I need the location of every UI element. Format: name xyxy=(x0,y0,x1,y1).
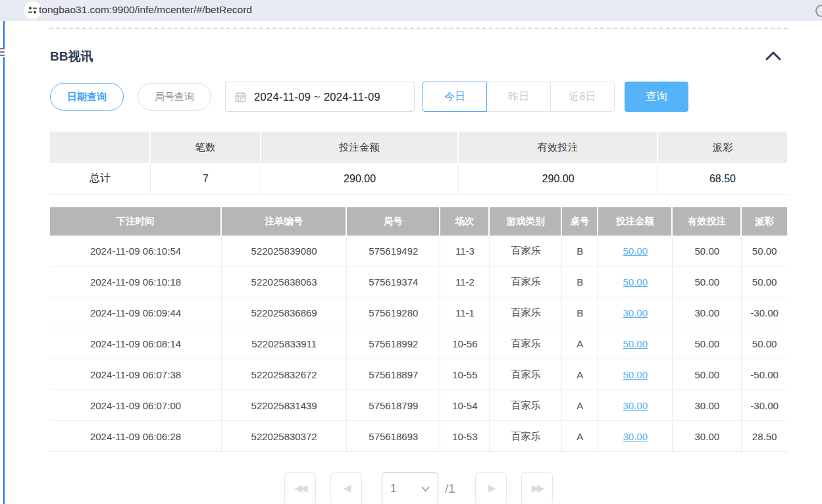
payout-cell: 50.00 xyxy=(742,328,787,359)
session-cell: 10-55 xyxy=(440,359,490,390)
header-table-no: 桌号 xyxy=(562,207,598,236)
bet-amount-link[interactable]: 30.00 xyxy=(623,400,648,411)
valid-bet-cell: 30.00 xyxy=(673,390,742,420)
session-cell: 11-1 xyxy=(440,297,490,328)
summary-bet-amount-value: 290.00 xyxy=(261,163,459,194)
payout-cell: -30.00 xyxy=(742,297,787,328)
panel-left-edge xyxy=(3,21,5,504)
round-query-tab[interactable]: 局号查询 xyxy=(138,83,211,111)
bet-amount-cell[interactable]: 30.00 xyxy=(598,390,673,420)
table-no-cell: A xyxy=(562,359,598,390)
payout-cell: -50.00 xyxy=(742,359,787,390)
table-row: 2024-11-09 06:07:00522025831439575618799… xyxy=(50,390,787,421)
round-id-cell: 575618693 xyxy=(347,421,440,451)
order-id-cell: 522025831439 xyxy=(222,390,347,420)
payout-cell: -30.00 xyxy=(742,390,787,420)
bet-time-cell: 2024-11-09 06:09:44 xyxy=(50,297,222,328)
summary-header-count: 笔数 xyxy=(151,132,261,163)
date-query-tab[interactable]: 日期查询 xyxy=(50,83,124,111)
payout-cell: 50.00 xyxy=(742,236,787,266)
quick-range-group: 今日 昨日 近8日 xyxy=(423,82,615,112)
game-type-cell: 百家乐 xyxy=(490,328,562,359)
round-id-cell: 575618897 xyxy=(347,359,440,390)
round-id-cell: 575619492 xyxy=(347,236,440,266)
session-cell: 11-2 xyxy=(440,266,490,297)
bet-amount-cell[interactable]: 30.00 xyxy=(598,297,673,328)
page-select-value: 1 xyxy=(390,482,396,495)
valid-bet-cell: 50.00 xyxy=(673,328,742,359)
page-select[interactable]: 1 xyxy=(382,472,438,504)
summary-header-row: 笔数 投注金额 有效投注 派彩 xyxy=(50,132,787,163)
bet-time-cell: 2024-11-09 06:06:28 xyxy=(50,421,222,451)
game-type-cell: 百家乐 xyxy=(490,266,562,297)
summary-table: 笔数 投注金额 有效投注 派彩 总计 7 290.00 290.00 68.50 xyxy=(50,132,787,195)
dashed-divider xyxy=(49,28,788,29)
pagination-bar: ◀◀ ◀ 1 /1 ▶ ▶▶ xyxy=(50,472,787,504)
total-pages-label: /1 xyxy=(445,472,455,504)
session-cell: 11-3 xyxy=(440,236,490,266)
bet-amount-link[interactable]: 50.00 xyxy=(623,276,648,288)
bet-amount-link[interactable]: 30.00 xyxy=(623,431,648,442)
date-range-value: 2024-11-09 ~ 2024-11-09 xyxy=(254,91,380,103)
header-valid-bet: 有效投注 xyxy=(673,207,742,236)
today-button[interactable]: 今日 xyxy=(423,82,487,112)
first-page-button[interactable]: ◀◀ xyxy=(284,472,316,504)
header-round-id: 局号 xyxy=(347,207,440,236)
last-page-button[interactable]: ▶▶ xyxy=(521,472,553,504)
order-id-cell: 522025832672 xyxy=(222,359,347,390)
clipped-browser-icon[interactable] xyxy=(815,5,822,17)
session-cell: 10-54 xyxy=(440,390,490,420)
bet-amount-link[interactable]: 50.00 xyxy=(623,338,648,349)
bet-amount-cell[interactable]: 30.00 xyxy=(598,421,673,451)
yesterday-button[interactable]: 昨日 xyxy=(486,82,551,112)
bet-amount-link[interactable]: 30.00 xyxy=(623,307,648,318)
round-id-cell: 575619374 xyxy=(347,266,440,297)
table-no-cell: B xyxy=(562,236,598,266)
bet-amount-cell[interactable]: 50.00 xyxy=(598,328,673,359)
order-id-cell: 522025833911 xyxy=(222,328,347,359)
game-type-cell: 百家乐 xyxy=(490,236,562,266)
last-8-days-button[interactable]: 近8日 xyxy=(550,82,615,112)
prev-page-button[interactable]: ◀ xyxy=(330,472,362,504)
next-page-button[interactable]: ▶ xyxy=(475,472,507,504)
table-row: 2024-11-09 06:08:14522025833911575618992… xyxy=(50,328,787,359)
url-text[interactable]: tongbao31.com:9900/infe/mcenter/#/betRec… xyxy=(39,0,252,20)
summary-total-row: 总计 7 290.00 290.00 68.50 xyxy=(50,163,787,195)
summary-header-bet-amount: 投注金额 xyxy=(261,132,459,163)
bet-amount-cell[interactable]: 50.00 xyxy=(598,236,673,266)
game-type-cell: 百家乐 xyxy=(490,359,562,390)
calendar-icon xyxy=(235,91,246,103)
valid-bet-cell: 50.00 xyxy=(673,236,742,266)
game-type-cell: 百家乐 xyxy=(490,421,562,451)
summary-header-payout: 派彩 xyxy=(658,132,787,163)
bet-time-cell: 2024-11-09 06:07:38 xyxy=(50,359,222,390)
header-order-id: 注单编号 xyxy=(222,207,347,236)
table-no-cell: A xyxy=(562,421,598,451)
table-no-cell: A xyxy=(562,328,598,359)
bet-amount-link[interactable]: 50.00 xyxy=(623,369,648,380)
order-id-cell: 522025838063 xyxy=(222,266,347,297)
valid-bet-cell: 50.00 xyxy=(673,359,742,390)
browser-url-bar[interactable]: tongbao31.com:9900/infe/mcenter/#/betRec… xyxy=(0,0,822,20)
search-button[interactable]: 查询 xyxy=(625,82,688,112)
table-no-cell: A xyxy=(562,390,598,420)
bet-amount-link[interactable]: 50.00 xyxy=(623,245,648,257)
header-payout: 派彩 xyxy=(742,207,787,236)
session-cell: 10-56 xyxy=(440,328,490,359)
chevron-up-icon[interactable] xyxy=(764,49,783,63)
order-id-cell: 522025830372 xyxy=(222,421,347,451)
payout-cell: 50.00 xyxy=(742,266,787,297)
bet-amount-cell[interactable]: 50.00 xyxy=(598,266,673,297)
table-row: 2024-11-09 06:09:44522025836869575619280… xyxy=(50,297,787,328)
summary-payout-value: 68.50 xyxy=(658,163,787,194)
bet-amount-cell[interactable]: 50.00 xyxy=(598,359,673,390)
summary-total-label: 总计 xyxy=(50,163,151,194)
bet-time-cell: 2024-11-09 06:10:54 xyxy=(50,236,222,266)
valid-bet-cell: 30.00 xyxy=(673,421,742,451)
bet-time-cell: 2024-11-09 06:07:00 xyxy=(50,390,222,420)
table-no-cell: B xyxy=(562,266,598,297)
date-range-picker[interactable]: 2024-11-09 ~ 2024-11-09 xyxy=(225,82,415,112)
table-row: 2024-11-09 06:10:54522025839080575619492… xyxy=(50,236,787,266)
valid-bet-cell: 30.00 xyxy=(673,297,742,328)
page-title: BB视讯 xyxy=(50,48,93,65)
